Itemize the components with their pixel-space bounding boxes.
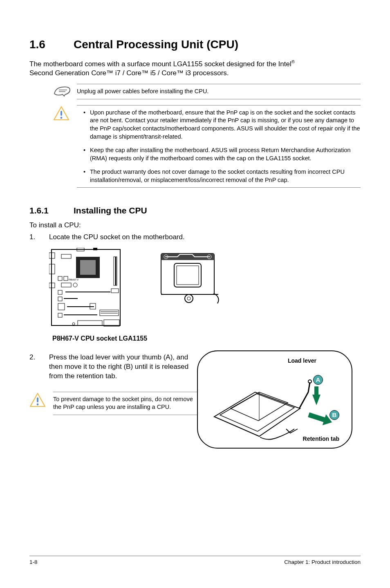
warning-icon	[29, 402, 46, 409]
registered-mark: ®	[291, 59, 295, 64]
svg-point-1	[61, 117, 63, 119]
subsection-title: Installing the CPU	[74, 206, 147, 215]
chapter-label: Chapter 1: Product introduction	[284, 559, 361, 566]
retention-tab-label: Retention tab	[303, 435, 339, 443]
load-lever-label: Load lever	[288, 357, 316, 365]
diagram-caption: P8H67-V CPU socket LGA1155	[52, 334, 361, 343]
section-heading: 1.6Central Processing Unit (CPU)	[29, 37, 361, 52]
step-number: 2.	[29, 353, 49, 381]
page-footer: 1-8 Chapter 1: Product introduction	[29, 556, 361, 566]
svg-rect-31	[78, 321, 102, 325]
svg-rect-18	[58, 290, 62, 294]
note-text: Unplug all power cables before installin…	[77, 88, 361, 96]
svg-rect-13	[58, 276, 62, 281]
socket-pin-warning-callout: To prevent damage to the socket pins, do…	[29, 392, 197, 415]
warning-callout: Upon purchase of the motherboard, ensure…	[53, 105, 361, 188]
step-text: Locate the CPU socket on the motherboard…	[49, 233, 185, 242]
svg-rect-41	[37, 397, 38, 402]
page-number: 1-8	[29, 559, 38, 566]
subsection-lead: To install a CPU:	[29, 221, 361, 230]
svg-rect-25	[58, 313, 62, 317]
svg-rect-20	[58, 297, 62, 301]
subsection-number: 1.6.1	[29, 205, 74, 216]
step-text: Press the load lever with your thumb (A)…	[49, 353, 197, 381]
svg-rect-16	[61, 283, 71, 287]
note-callout: Unplug all power cables before installin…	[53, 84, 361, 99]
socket-pin-warning-text: To prevent damage to the socket pins, do…	[53, 392, 197, 415]
svg-point-40	[187, 297, 191, 300]
motherboard-outline-icon: P8H67-V	[49, 248, 127, 332]
svg-rect-4	[93, 248, 97, 250]
warning-list: Upon purchase of the motherboard, ensure…	[77, 109, 361, 184]
step-1: 1. Locate the CPU socket on the motherbo…	[29, 233, 361, 242]
svg-point-30	[72, 323, 75, 325]
intro-line-b: Second Generation Core™ i7 / Core™ i5 / …	[29, 69, 229, 77]
svg-rect-22	[58, 303, 65, 310]
section-number: 1.6	[29, 37, 74, 52]
intro-line-a: The motherboard comes with a surface mou…	[29, 60, 291, 67]
svg-text:P8H67-V: P8H67-V	[69, 278, 78, 281]
cpu-socket-closeup-icon	[157, 249, 222, 309]
svg-point-17	[73, 283, 77, 287]
svg-rect-27	[100, 310, 119, 316]
svg-point-39	[185, 294, 193, 303]
step-number: 1.	[29, 233, 49, 242]
warning-item: Keep the cap after installing the mother…	[83, 146, 361, 162]
warning-item: Upon purchase of the motherboard, ensure…	[83, 109, 361, 141]
warning-icon	[53, 116, 69, 123]
svg-rect-14	[64, 276, 68, 281]
svg-rect-0	[61, 111, 62, 116]
socket-location-diagram: P8H67-V	[49, 248, 361, 343]
note-icon	[53, 91, 71, 98]
svg-point-42	[37, 403, 39, 405]
marker-a: A	[313, 375, 323, 385]
svg-rect-12	[111, 289, 119, 293]
section-title: Central Processing Unit (CPU)	[74, 38, 238, 51]
socket-isometric-icon	[206, 368, 312, 444]
load-lever-figure: Load lever A B	[197, 350, 352, 449]
warning-item: The product warranty does not cover dama…	[83, 168, 361, 184]
intro-paragraph: The motherboard comes with a surface mou…	[29, 59, 361, 79]
svg-rect-38	[174, 263, 201, 287]
subsection-heading: 1.6.1Installing the CPU	[29, 205, 361, 216]
arrow-down-icon	[312, 395, 321, 405]
svg-rect-33	[61, 254, 71, 258]
step-2: 2. Press the load lever with your thumb …	[29, 353, 197, 381]
svg-rect-9	[80, 260, 96, 275]
